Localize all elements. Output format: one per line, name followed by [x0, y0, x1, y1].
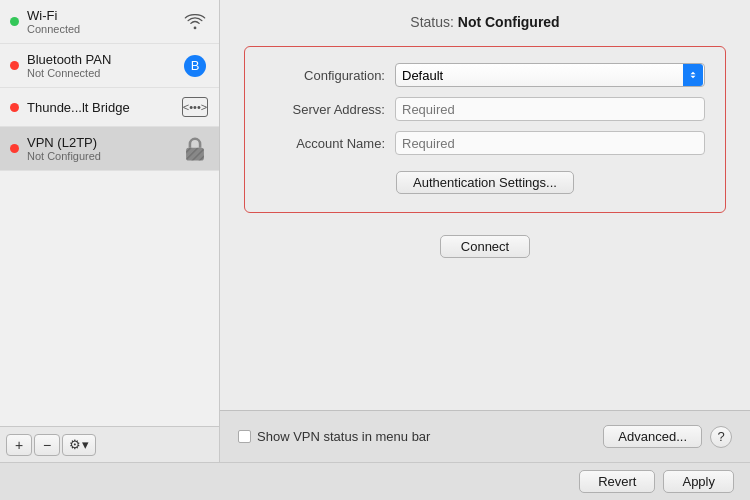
add-network-button[interactable]: +: [6, 434, 32, 456]
remove-network-button[interactable]: −: [34, 434, 60, 456]
authentication-settings-button[interactable]: Authentication Settings...: [396, 171, 574, 194]
vpn-item-name: VPN (L2TP): [27, 135, 175, 150]
auth-btn-row: Authentication Settings...: [265, 171, 705, 194]
apply-button[interactable]: Apply: [663, 470, 734, 493]
wifi-item-text: Wi-Fi Connected: [27, 8, 175, 35]
thunderbolt-item-text: Thunde...lt Bridge: [27, 100, 175, 115]
show-vpn-label: Show VPN status in menu bar: [257, 429, 430, 444]
configuration-row: Configuration: Default: [265, 63, 705, 87]
server-address-input[interactable]: [395, 97, 705, 121]
sidebar-item-wifi[interactable]: Wi-Fi Connected: [0, 0, 219, 44]
network-preferences-window: Wi-Fi Connected: [0, 0, 750, 500]
configuration-label: Configuration:: [265, 68, 385, 83]
sidebar-item-vpn[interactable]: VPN (L2TP) Not Configured: [0, 127, 219, 171]
sidebar-item-bluetooth-pan[interactable]: Bluetooth PAN Not Connected B: [0, 44, 219, 88]
bluetooth-pan-status-dot: [10, 61, 19, 70]
right-panel: Status: Not Configured Configuration: De…: [220, 0, 750, 462]
chevron-down-icon: ▾: [82, 437, 89, 452]
gear-icon: ⚙: [69, 437, 81, 452]
thunderbolt-item-name: Thunde...lt Bridge: [27, 100, 175, 115]
main-content: Wi-Fi Connected: [0, 0, 750, 462]
vpn-item-text: VPN (L2TP) Not Configured: [27, 135, 175, 162]
gear-button[interactable]: ⚙ ▾: [62, 434, 96, 456]
bluetooth-pan-item-name: Bluetooth PAN: [27, 52, 175, 67]
bluetooth-icon: B: [181, 55, 209, 77]
svg-rect-1: [186, 147, 204, 160]
config-box: Configuration: Default: [244, 46, 726, 213]
spacer: [220, 258, 750, 410]
sidebar-list: Wi-Fi Connected: [0, 0, 219, 426]
configuration-select[interactable]: Default: [395, 63, 705, 87]
thunderbolt-status-dot: [10, 103, 19, 112]
server-address-row: Server Address:: [265, 97, 705, 121]
configuration-select-wrap: Default: [395, 63, 705, 87]
sidebar: Wi-Fi Connected: [0, 0, 220, 462]
wifi-status-dot: [10, 17, 19, 26]
server-address-label: Server Address:: [265, 102, 385, 117]
bottom-right-buttons: Advanced... ?: [603, 425, 732, 448]
advanced-button[interactable]: Advanced...: [603, 425, 702, 448]
wifi-icon: [181, 11, 209, 33]
vpn-status-dot: [10, 144, 19, 153]
sidebar-toolbar: + − ⚙ ▾: [0, 426, 219, 462]
bluetooth-pan-item-status: Not Connected: [27, 67, 175, 79]
status-label: Status:: [410, 14, 454, 30]
vpn-item-status: Not Configured: [27, 150, 175, 162]
connect-btn-row: Connect: [220, 235, 750, 258]
bluetooth-circle: B: [184, 55, 206, 77]
bluetooth-pan-item-text: Bluetooth PAN Not Connected: [27, 52, 175, 79]
vpn-icon: [181, 138, 209, 160]
wifi-item-status: Connected: [27, 23, 175, 35]
account-name-label: Account Name:: [265, 136, 385, 151]
show-vpn-wrap: Show VPN status in menu bar: [238, 429, 603, 444]
action-bar: Revert Apply: [0, 462, 750, 500]
help-button[interactable]: ?: [710, 426, 732, 448]
show-vpn-checkbox[interactable]: [238, 430, 251, 443]
wifi-item-name: Wi-Fi: [27, 8, 175, 23]
account-name-row: Account Name:: [265, 131, 705, 155]
connect-button[interactable]: Connect: [440, 235, 530, 258]
sidebar-item-thunderbolt[interactable]: Thunde...lt Bridge <•••>: [0, 88, 219, 127]
thunderbolt-icon: <•••>: [181, 96, 209, 118]
account-name-input[interactable]: [395, 131, 705, 155]
thunderbolt-box: <•••>: [182, 97, 208, 117]
status-value: Not Configured: [458, 14, 560, 30]
bottom-bar: Show VPN status in menu bar Advanced... …: [220, 410, 750, 462]
revert-button[interactable]: Revert: [579, 470, 655, 493]
status-bar: Status: Not Configured: [220, 0, 750, 40]
